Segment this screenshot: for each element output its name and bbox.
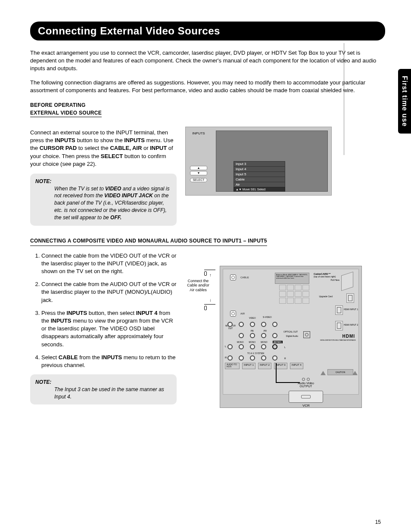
arrow-down-icon: ▼ <box>190 171 207 175</box>
step-1: Connect the cable from the VIDEO OUT of … <box>41 252 177 276</box>
rca-jack-icon <box>227 322 233 327</box>
rca-jack-icon <box>261 355 266 361</box>
vcr-output-label: Audio Video OUTPUT <box>294 378 318 388</box>
warning-box: Antenna Mode: ANT/CABLE, CATV/STD, CATV/… <box>275 273 309 284</box>
pull-here-label: Pull Here <box>330 279 339 281</box>
rca-jack-active-icon <box>272 344 277 349</box>
rca-jack-icon <box>239 355 244 361</box>
svideo-label: S-VIDEO <box>263 316 272 318</box>
intro-paragraph-2: The following connection diagrams are of… <box>30 79 385 94</box>
vcr-device-icon <box>289 391 323 403</box>
cable-note-text: Connect the Cable and/or Air cables <box>185 279 211 292</box>
cable-line <box>276 363 277 382</box>
osd-menu-list: Input 3 Input 4 Input 5 Cable Air ▲▼ Mov… <box>234 161 285 192</box>
intro-block: The exact arrangement you use to connect… <box>30 49 385 94</box>
air-jack-icon <box>230 311 236 317</box>
pr-label: PR <box>264 330 267 332</box>
cable-label: CABLE <box>240 276 249 279</box>
cablecard-slot-icon <box>341 271 353 291</box>
connection-diagram: ↑ Connect the Cable and/or Air cables ↓ … <box>185 261 366 417</box>
arrow-up-icon: ▲ <box>190 166 207 170</box>
upgrade-slot-icon <box>346 293 354 303</box>
steps-list: Connect the cable from the VIDEO OUT of … <box>30 252 177 369</box>
hdmi-port-1-icon <box>335 305 343 315</box>
vertical-divider <box>344 43 344 155</box>
intro-paragraph-1: The exact arrangement you use to connect… <box>30 49 385 73</box>
vcr-jack-icon <box>307 378 310 381</box>
page-number: 15 <box>375 519 381 525</box>
hdmi-1-label: HDMI INPUT 1 <box>344 308 359 311</box>
bottom-input-labels: AUDIO TO HI-FI INPUT 1 INPUT 2 INPUT 3 I… <box>225 363 303 369</box>
hdmi-logo: HDMI <box>342 334 355 339</box>
rca-jack-icon <box>250 355 255 361</box>
osd-footer: ▲▼ Move SEL Select <box>234 187 285 192</box>
note-2-body: The Input 3 can be used in the same mann… <box>35 386 171 401</box>
vent-grid <box>279 285 309 304</box>
note-label: NOTE: <box>35 178 51 184</box>
connect-instruction: Connect an external source to the INPUT … <box>30 129 177 168</box>
remote-inputs-label: INPUTS <box>190 131 207 135</box>
osd-figure: INPUTS ▲ ▼ SELECT Input 3 Input 4 Input … <box>185 127 332 196</box>
rca-jack-icon <box>250 322 255 327</box>
tv-back-panel: CABLE Antenna Mode: ANT/CABLE, CATV/STD,… <box>220 266 362 408</box>
rca-jack-icon <box>250 333 255 338</box>
mono-labels: MONOMONOMONO(MONO) <box>237 341 283 343</box>
select-button-icon: SELECT <box>190 178 207 182</box>
to-av-label: TO A.V. SYSTEM <box>247 352 264 355</box>
page-title-bar: Connecting External Video Sources <box>30 22 385 40</box>
warning-triangle-icon <box>321 371 326 375</box>
warning-triangle-icon <box>352 371 358 375</box>
subhead-line1: BEFORE OPERATING <box>30 102 385 108</box>
hdmi-sublabel: HIGH-DEFINITION MULTIMEDIA INTERFACE <box>320 339 356 341</box>
rca-jack-icon <box>239 322 244 327</box>
rca-jack-icon <box>227 344 233 349</box>
optical-label: OPTICAL OUT <box>283 330 298 333</box>
osd-screen: Input 3 Input 4 Input 5 Cable Air ▲▼ Mov… <box>216 131 328 192</box>
r-side-label: R <box>284 357 286 360</box>
air-connector-icon <box>204 303 217 308</box>
upgrade-card-label: Upgrade Card <box>319 295 333 298</box>
cable-jack-icon <box>230 274 236 280</box>
arrow-up-icon: ↑ <box>209 273 212 277</box>
l-side-label: L <box>284 346 286 348</box>
optical-jack-icon <box>303 331 310 338</box>
rca-jack-icon <box>261 344 266 349</box>
digital-audio-label: Digital Audio <box>286 335 298 337</box>
note-box-1: NOTE: When the TV is set to VIDEO and a … <box>30 174 177 226</box>
rca-jack-icon <box>239 333 244 338</box>
arrow-down-icon: ↓ <box>209 298 212 302</box>
cablecard-label: CableCARD™(top of card faces right) <box>314 273 336 278</box>
subheading-before-operating: BEFORE OPERATING EXTERNAL VIDEO SOURCE <box>30 102 385 117</box>
step-4: Select CABLE from the INPUTS menu to ret… <box>41 354 177 369</box>
vcr-jack-icon <box>302 378 305 381</box>
video-label: VIDEO <box>249 317 256 319</box>
rca-jack-icon <box>272 355 277 361</box>
hdmi-port-2-icon <box>335 321 343 330</box>
subhead-line2: EXTERNAL VIDEO SOURCE <box>30 110 102 117</box>
step-2: Connect the cable from the AUDIO OUT of … <box>41 280 177 304</box>
r-label: R <box>225 356 227 359</box>
rca-jack-icon <box>261 333 266 338</box>
rca-jack-icon <box>250 344 255 349</box>
remote-arrow-buttons: ▲ ▼ SELECT <box>190 166 207 183</box>
vcr-label: VCR <box>302 404 310 408</box>
l-label: L <box>225 345 226 348</box>
rca-jack-icon <box>239 344 244 349</box>
air-label: AIR <box>240 312 245 315</box>
hdmi-2-label: HDMI INPUT 2 <box>344 324 359 326</box>
pb-label: PB <box>251 330 254 332</box>
rca-jack-icon <box>272 333 277 338</box>
subheading-composite: CONNECTING A COMPOSITE VIDEO AND MONAURA… <box>30 237 385 246</box>
page-content: Connecting External Video Sources The ex… <box>0 0 411 429</box>
rca-jack-icon <box>227 355 233 361</box>
rca-jack-icon <box>261 322 266 327</box>
note-box-2: NOTE: The Input 3 can be used in the sam… <box>30 374 177 404</box>
rca-jack-icon <box>272 322 277 327</box>
caution-label: CAUTION <box>327 369 353 375</box>
step-3: Press the INPUTS button, then select INP… <box>41 309 177 348</box>
note-1-body: When the TV is set to VIDEO and a video … <box>35 185 171 221</box>
note-label: NOTE: <box>35 379 51 385</box>
